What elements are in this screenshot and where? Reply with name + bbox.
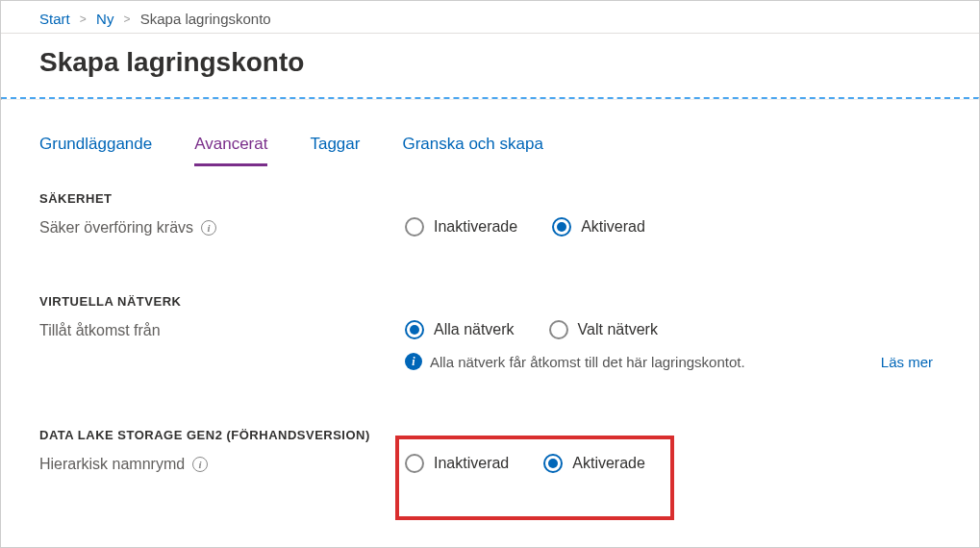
allow-access-selected-radio[interactable]: Valt nätverk bbox=[549, 320, 658, 339]
breadcrumb: Start > Ny > Skapa lagringskonto bbox=[1, 1, 979, 34]
secure-transfer-label: Säker överföring krävs bbox=[39, 219, 193, 237]
tab-tags[interactable]: Taggar bbox=[310, 135, 360, 166]
radio-icon bbox=[549, 320, 568, 339]
page-title: Skapa lagringskonto bbox=[1, 34, 979, 97]
tab-basics[interactable]: Grundläggande bbox=[39, 135, 152, 166]
breadcrumb-new[interactable]: Ny bbox=[96, 11, 113, 27]
allow-access-info-text: Alla nätverk får åtkomst till det här la… bbox=[430, 354, 745, 370]
learn-more-link[interactable]: Läs mer bbox=[881, 354, 933, 370]
radio-label: Aktiverad bbox=[581, 218, 645, 236]
allow-access-all-radio[interactable]: Alla nätverk bbox=[405, 320, 515, 339]
section-security-title: SÄKERHET bbox=[39, 191, 941, 206]
tabs: Grundläggande Avancerat Taggar Granska o… bbox=[39, 100, 941, 166]
radio-icon bbox=[543, 454, 563, 473]
allow-access-label: Tillåt åtkomst från bbox=[39, 322, 161, 339]
section-vnet-title: VIRTUELLA NÄTVERK bbox=[39, 294, 941, 309]
radio-icon bbox=[405, 320, 424, 339]
section-adls-title: DATA LAKE STORAGE GEN2 (FÖRHANDSVERSION) bbox=[39, 428, 941, 442]
radio-icon bbox=[405, 454, 424, 473]
radio-label: Aktiverade bbox=[572, 455, 645, 472]
radio-label: Valt nätverk bbox=[578, 321, 658, 338]
hns-label: Hierarkisk namnrymd bbox=[39, 456, 185, 473]
chevron-right-icon: > bbox=[74, 12, 92, 26]
secure-transfer-disabled-radio[interactable]: Inaktiverade bbox=[405, 217, 517, 237]
chevron-right-icon: > bbox=[118, 12, 137, 26]
radio-label: Inaktiverad bbox=[434, 455, 509, 472]
info-icon: i bbox=[405, 353, 422, 370]
tab-review-create[interactable]: Granska och skapa bbox=[402, 135, 542, 166]
radio-icon bbox=[405, 217, 424, 237]
radio-label: Alla nätverk bbox=[434, 321, 515, 338]
breadcrumb-start[interactable]: Start bbox=[39, 11, 70, 27]
hns-disabled-radio[interactable]: Inaktiverad bbox=[405, 454, 509, 473]
radio-label: Inaktiverade bbox=[434, 218, 517, 236]
info-icon[interactable]: i bbox=[201, 220, 216, 236]
hns-enabled-radio[interactable]: Aktiverade bbox=[543, 454, 645, 473]
secure-transfer-enabled-radio[interactable]: Aktiverad bbox=[552, 217, 645, 237]
info-icon[interactable]: i bbox=[192, 457, 208, 472]
radio-icon bbox=[552, 217, 571, 237]
breadcrumb-current: Skapa lagringskonto bbox=[140, 11, 271, 27]
tab-advanced[interactable]: Avancerat bbox=[194, 135, 267, 166]
